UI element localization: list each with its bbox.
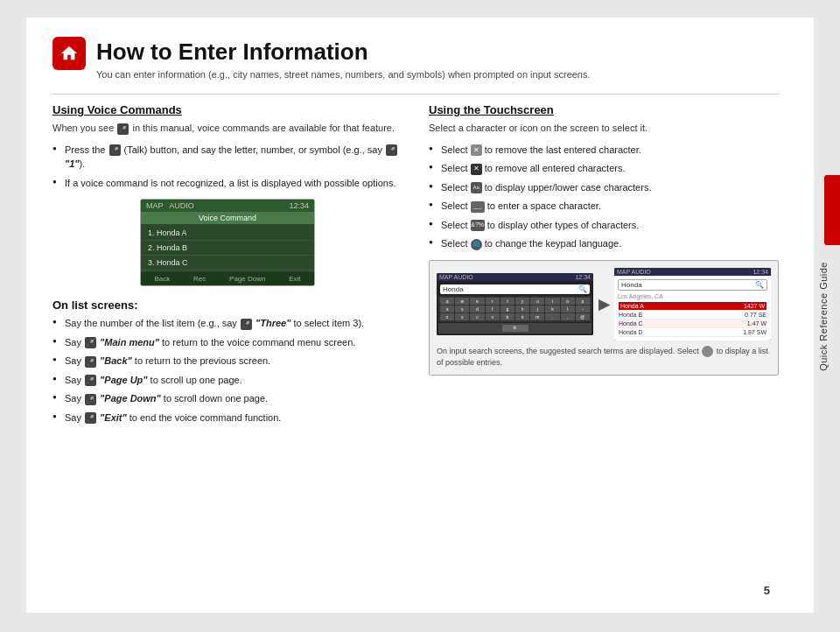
ts-search-bar: Honda 🔍	[440, 284, 590, 294]
ts-result-name-2: Honda B	[619, 312, 642, 318]
voice-bullet-2: If a voice command is not recognized, a …	[52, 176, 402, 191]
ts-screen1-body: Honda 🔍 q w e r t y u i	[437, 281, 593, 335]
ts-screen-keyboard: MAP AUDIO 12:34 Honda 🔍 q w e	[437, 273, 593, 335]
key-v: v	[486, 313, 500, 320]
ts-search-label: 🔍	[513, 326, 518, 331]
talk-icon-8: 🎤	[85, 412, 96, 424]
key-i: i	[545, 298, 559, 305]
key-q: q	[440, 298, 454, 305]
key-dot: .	[545, 313, 559, 320]
list-bullet-6: Say 🎤 "Exit" to end the voice command fu…	[52, 411, 402, 425]
ts-result-dist-3: 1.47 W	[747, 320, 766, 327]
vc-title-bar: Voice Command	[141, 212, 314, 224]
key-w: w	[455, 298, 469, 305]
on-list-title: On list screens:	[52, 298, 402, 312]
ts-bottom-bar: 🔍	[438, 323, 592, 334]
ts-location-info: Los Angeles, CA	[616, 292, 769, 300]
ts-result-name-1: Honda A	[620, 303, 644, 309]
ts-bullet-5: Select &?% to display other types of cha…	[429, 218, 779, 233]
talk-icon-4: 🎤	[85, 337, 96, 348]
ts-search-icon: 🔍	[578, 285, 587, 293]
talk-icon-6: 🎤	[85, 375, 96, 386]
ts-search-bar-2: Honda 🔍	[618, 279, 767, 291]
key-r: r	[486, 298, 500, 305]
list-bullet-3: Say 🎤 "Back" to return to the previous s…	[52, 354, 402, 369]
touchscreen-intro: Select a character or icon on the screen…	[429, 121, 779, 136]
key-d: d	[470, 305, 484, 312]
ts-screen2-header: MAP AUDIO 12:34	[614, 268, 771, 276]
key-l: l	[561, 305, 575, 312]
voice-command-screenshot: MAP AUDIO 12:34 Voice Command 1. Honda A…	[140, 199, 315, 286]
clear-icon: ✕	[471, 164, 482, 175]
ts-bullet-4: Select ___ to enter a space character.	[429, 199, 779, 214]
space-icon: ___	[471, 201, 485, 213]
list-bullet-1: Say the number of the list item (e.g., s…	[52, 316, 402, 331]
key-at: @	[576, 313, 590, 320]
ts-result-2: Honda B 0.77 SE	[619, 311, 766, 320]
key-x: x	[455, 313, 469, 320]
vc-pagedown-btn: Page Down	[227, 274, 268, 284]
home-icon[interactable]	[52, 37, 86, 70]
key-u: u	[530, 298, 544, 305]
ts-results-list: Honda A 1427 W Honda B 0.77 SE Honda C 1…	[616, 300, 769, 339]
voice-icon-intro: 🎤	[117, 123, 129, 135]
key-a: a	[440, 305, 454, 312]
case-icon: Aa	[471, 182, 482, 193]
talk-icon-5: 🎤	[85, 356, 96, 368]
backspace-icon: ✕	[471, 144, 482, 156]
content-area: Using Voice Commands When you see 🎤 in t…	[52, 103, 779, 433]
on-list-bullets: Say the number of the list item (e.g., s…	[52, 316, 402, 425]
ts-search-text: Honda	[443, 285, 464, 293]
ts-screen1-header: MAP AUDIO 12:34	[437, 273, 593, 281]
ts-caption: On input search screens, the suggested s…	[437, 346, 771, 369]
ts-search-bottom: 🔍	[502, 325, 528, 332]
key-k: k	[545, 305, 559, 312]
touchscreen-bullets: Select ✕ to remove the last entered char…	[429, 143, 779, 251]
ts-keyboard: q w e r t y u i o p a s	[438, 296, 592, 322]
vc-footer: Back Rec Page Down Exit	[141, 272, 314, 285]
symbols-icon: &?%	[471, 220, 485, 231]
key-o: o	[561, 298, 575, 305]
ts-s2-map: MAP AUDIO	[617, 269, 651, 275]
vc-header-right: 12:34	[289, 201, 309, 210]
ts-result-1: Honda A 1427 W	[619, 302, 766, 311]
ts-screens-container: MAP AUDIO 12:34 Honda 🔍 q w e	[437, 268, 771, 341]
vc-back-btn: Back	[151, 274, 172, 284]
voice-commands-intro: When you see 🎤 in this manual, voice com…	[52, 121, 402, 136]
key-y: y	[515, 298, 529, 305]
home-svg	[60, 44, 79, 63]
key-e: e	[470, 298, 484, 305]
key-m: m	[530, 313, 544, 320]
ts-result-name-4: Honda D	[619, 329, 643, 335]
list-bullet-2: Say 🎤 "Main menu" to return to the voice…	[52, 335, 402, 350]
vc-list: 1. Honda A 2. Honda B 3. Honda C	[141, 224, 314, 272]
vc-header: MAP AUDIO 12:34	[141, 200, 314, 212]
ts-search-text-2: Honda	[621, 281, 642, 289]
ts-result-4: Honda D 1.87 SW	[619, 328, 766, 337]
key-b: b	[500, 313, 514, 320]
key-h: h	[515, 305, 529, 312]
ts-bullet-2: Select ✕ to remove all entered character…	[429, 161, 779, 176]
ts-s1-map: MAP AUDIO	[439, 274, 473, 280]
ts-caption-search-icon	[702, 346, 713, 357]
key-c: c	[470, 313, 484, 320]
touchscreen-screenshot-box: MAP AUDIO 12:34 Honda 🔍 q w e	[429, 260, 779, 376]
key-j: j	[530, 305, 544, 312]
language-icon: 🌐	[471, 239, 482, 250]
talk-icon-1: 🎤	[109, 144, 121, 156]
list-bullet-4: Say 🎤 "Page Up" to scroll up one page.	[52, 373, 402, 388]
right-column: Using the Touchscreen Select a character…	[429, 103, 779, 433]
key-s: s	[455, 305, 469, 312]
ts-screen2-body: Honda 🔍 Los Angeles, CA Honda A 1427 W	[614, 276, 771, 341]
on-list-section: On list screens: Say the number of the l…	[52, 298, 402, 425]
key-g: g	[500, 305, 514, 312]
ts-bullet-6: Select 🌐 to change the keypad language.	[429, 236, 779, 251]
voice-bullet-1: Press the 🎤 (Talk) button, and say the l…	[52, 143, 402, 172]
list-bullet-5: Say 🎤 "Page Down" to scroll down one pag…	[52, 391, 402, 406]
vc-header-left: MAP AUDIO	[146, 201, 194, 210]
key-t: t	[500, 298, 514, 305]
ts-s1-time: 12:34	[575, 274, 591, 280]
vc-item-1: 1. Honda A	[141, 226, 314, 241]
vc-item-3: 3. Honda C	[141, 256, 314, 270]
page-subtitle: You can enter information (e.g., city na…	[96, 69, 779, 80]
